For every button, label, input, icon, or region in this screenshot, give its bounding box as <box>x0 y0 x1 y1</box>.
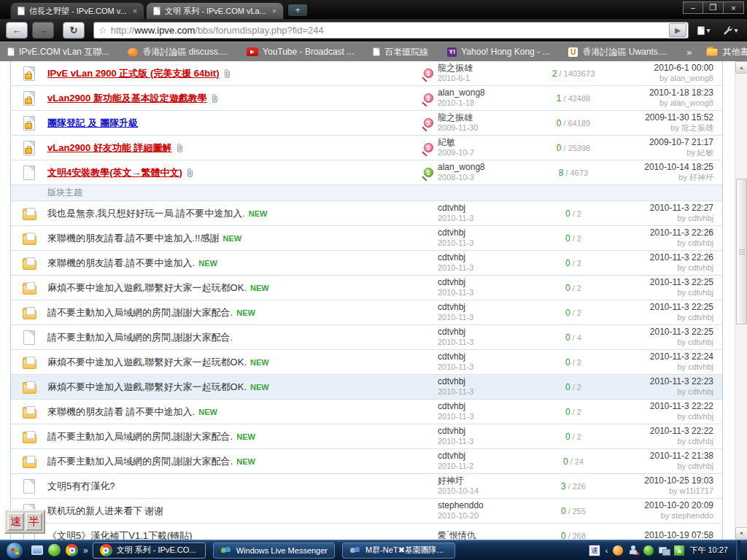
thread-title-link[interactable]: 联机玩的新人进来看下 谢谢 <box>47 505 164 518</box>
last-poster-link[interactable]: cdtvhbj <box>688 362 713 371</box>
new-tab-button[interactable]: + <box>288 4 307 16</box>
back-button[interactable]: ← <box>6 22 28 39</box>
page-menu-button[interactable]: ▾ <box>693 22 715 39</box>
tab-inactive[interactable]: 信長之野望 - IPvE.COM v...× <box>10 2 144 19</box>
tab-active[interactable]: 文明 系列 - IPvE.COM vLa...× <box>146 2 284 19</box>
author-link[interactable]: cdtvhbj <box>438 401 465 411</box>
go-button[interactable]: ▶ <box>669 23 686 37</box>
author-link[interactable]: cdtvhbj <box>438 451 465 461</box>
last-poster-link[interactable]: 龍之振雄 <box>681 123 713 132</box>
ime-language-indicator[interactable]: 速 <box>589 545 600 556</box>
thread-title-link[interactable]: 來聯機的朋友請看.請不要中途加入. <box>47 257 195 270</box>
thread-title-link[interactable]: IPvE vLan 2900 正式版 (完美支援 64bit) <box>47 67 220 80</box>
author-link[interactable]: cdtvhbj <box>438 327 465 337</box>
thread-title-link[interactable]: 來聯機的朋友請看.請不要中途加入.!!感謝 <box>47 232 219 245</box>
bookmark-item[interactable]: U香港討論區 Uwants.... <box>568 46 667 58</box>
last-poster-link[interactable]: cdtvhbj <box>688 238 713 247</box>
author-link[interactable]: cdtvhbj <box>438 351 465 362</box>
bookmark-item[interactable]: IPvE.COM vLan 互聯... <box>7 46 109 58</box>
thread-title-link[interactable]: 麻煩不要中途加入遊戲,聯繫好大家一起玩都OK. <box>47 356 247 369</box>
quick-launch-overflow[interactable]: » <box>83 545 88 556</box>
thread-title-link[interactable]: 麻煩不要中途加入遊戲,聯繫好大家一起玩都OK. <box>47 281 247 295</box>
thread-title-link[interactable]: 《文明5》漢化補丁V1.1下載(轉貼) <box>47 529 193 540</box>
author-link[interactable]: alan_wong8 <box>438 162 485 172</box>
tray-network-icon[interactable] <box>659 545 669 556</box>
last-poster-link[interactable]: stephenddo <box>672 511 714 520</box>
last-poster-link[interactable]: cdtvhbj <box>688 412 713 421</box>
author-link[interactable]: cdtvhbj <box>438 252 465 262</box>
last-poster-link[interactable]: 紀敏 <box>697 148 713 157</box>
tray-messenger-status-icon[interactable] <box>613 545 623 556</box>
last-poster-link[interactable]: alan_wong8 <box>670 74 713 82</box>
last-poster-link[interactable]: cdtvhbj <box>688 437 713 446</box>
tray-contact-busy-icon[interactable] <box>628 545 638 556</box>
vertical-scrollbar[interactable]: ▲ ▼ <box>735 61 747 540</box>
thread-title-link[interactable]: vLan2900 好友功能 詳細圖解 <box>47 141 172 155</box>
thread-title-link[interactable]: 來聯機的朋友請看 請不要中途加入. <box>47 405 195 419</box>
tab-close-icon[interactable]: × <box>133 7 137 15</box>
minimize-button[interactable]: − <box>683 1 703 14</box>
tray-collapse-arrow[interactable]: ‹ <box>605 546 608 555</box>
reload-button[interactable]: ↻ <box>63 22 85 39</box>
thread-title-link[interactable]: 請不要主動加入局域網的房間,謝謝大家配合. <box>47 331 233 344</box>
thread-title-link[interactable]: 請不要主動加入局域網的房間,謝謝大家配合. <box>47 306 233 319</box>
bookmark-item[interactable]: ▶YouTube - Broadcast ... <box>247 47 354 57</box>
bookmark-item[interactable]: 百老匯院線 <box>373 46 428 58</box>
close-button[interactable]: × <box>724 1 744 14</box>
author-link[interactable]: cdtvhbj <box>438 376 465 386</box>
scroll-down-button[interactable]: ▼ <box>735 527 747 540</box>
bookmark-star-icon[interactable]: ☆ <box>98 25 107 36</box>
pps-quicklaunch-icon[interactable] <box>48 544 61 556</box>
last-poster-link[interactable]: w11i1717 <box>680 486 713 495</box>
tray-pps-icon[interactable] <box>643 545 654 556</box>
last-poster-link[interactable]: 好神圩 <box>689 173 713 182</box>
tab-close-icon[interactable]: × <box>272 7 276 15</box>
bookmark-item[interactable]: Y!Yahoo! Hong Kong - ... <box>447 47 549 57</box>
last-poster-link[interactable]: cdtvhbj <box>688 214 713 222</box>
author-link[interactable]: 紀敏 <box>438 137 455 147</box>
author-link[interactable]: cdtvhbj <box>438 302 465 312</box>
tray-usb-eject-icon[interactable]: ▲ <box>674 545 684 556</box>
last-poster-link[interactable]: alan_wong8 <box>670 98 713 107</box>
forward-button[interactable]: → <box>32 22 54 39</box>
author-link[interactable]: 好神圩 <box>438 475 464 486</box>
last-poster-link[interactable]: cdtvhbj <box>688 263 713 272</box>
thread-title-link[interactable]: 團隊登記 及 團隊升級 <box>47 117 138 130</box>
scroll-up-button[interactable]: ▲ <box>735 61 747 74</box>
bookmark-item[interactable]: 香港討論區 discuss.... <box>128 46 228 58</box>
author-link[interactable]: cdtvhbj <box>438 228 465 238</box>
start-button[interactable] <box>6 542 23 559</box>
bookmarks-overflow-chevron[interactable]: » <box>686 47 692 58</box>
thread-title-link[interactable]: 文明4安裝教學(英文→繁體中文) <box>47 166 182 179</box>
author-link[interactable]: cdtvhbj <box>438 277 465 287</box>
ime-quick-button[interactable]: 速 <box>7 513 24 531</box>
taskbar-window-button[interactable]: 文明 系列 - IPvE.CO... <box>93 542 206 559</box>
author-link[interactable]: 龍之振雄 <box>438 63 473 73</box>
show-desktop-icon[interactable] <box>31 545 43 555</box>
tools-menu-button[interactable]: ▾ <box>719 22 741 39</box>
author-link[interactable]: 龍之振雄 <box>438 112 473 122</box>
thread-title-link[interactable]: 麻煩不要中途加入遊戲,聯繫好大家一起玩都OK. <box>47 381 247 394</box>
url-text[interactable]: http://www.ipve.com/bbs/forumdisplay.php… <box>111 25 665 36</box>
author-link[interactable]: stephenddo <box>438 500 484 510</box>
thread-title-link[interactable]: 文明5有冇漢化? <box>47 480 115 493</box>
taskbar-clock[interactable]: 下午 10:27 <box>689 545 728 556</box>
address-bar[interactable]: ☆ http://www.ipve.com/bbs/forumdisplay.p… <box>93 22 689 39</box>
last-poster-link[interactable]: cdtvhbj <box>688 288 713 297</box>
last-poster-link[interactable]: cdtvhbj <box>688 313 713 322</box>
scrollbar-thumb[interactable] <box>736 179 747 324</box>
thread-title-link[interactable]: vLan2900 新功能及基本設定遊戲教學 <box>47 92 207 105</box>
thread-title-link[interactable]: 我也是無奈,我只想好好玩一局.請不要中途加入. <box>47 207 245 220</box>
last-poster-link[interactable]: cdtvhbj <box>688 387 713 396</box>
thread-title-link[interactable]: 請不要主動加入局域網的房間,謝謝大家配合. <box>47 455 233 468</box>
author-link[interactable]: 愛ˋ恨情仇 <box>438 530 476 540</box>
author-link[interactable]: alan_wong8 <box>438 88 485 98</box>
author-link[interactable]: cdtvhbj <box>438 426 465 436</box>
author-link[interactable]: cdtvhbj <box>438 203 465 213</box>
thread-title-link[interactable]: 請不要主動加入局域網的房間,謝謝大家配合. <box>47 430 233 443</box>
ime-halfwidth-button[interactable]: 半 <box>26 513 42 531</box>
last-poster-link[interactable]: cdtvhbj <box>688 338 713 346</box>
taskbar-window-button[interactable]: M群-NeT✖基園團隊... <box>342 542 455 559</box>
other-bookmarks-button[interactable]: 其他書籤 <box>706 46 747 58</box>
chrome-quicklaunch-icon[interactable] <box>66 544 78 556</box>
